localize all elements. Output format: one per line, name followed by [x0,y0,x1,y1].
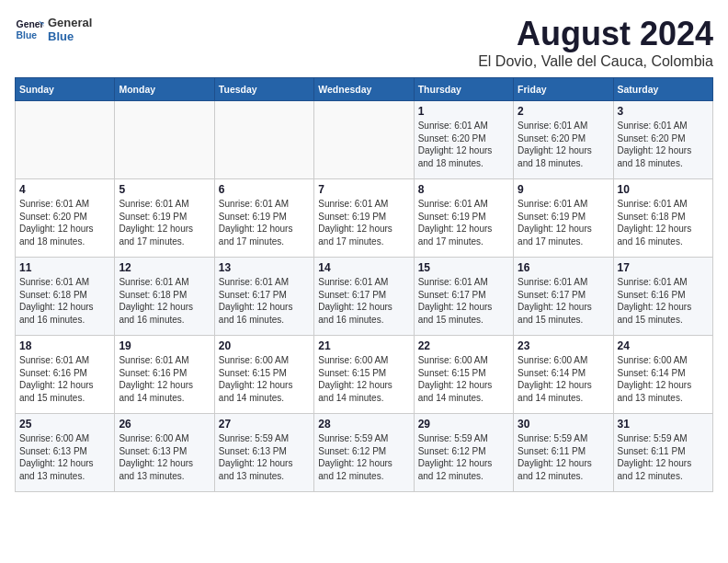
day-number: 23 [518,339,609,352]
day-info: Sunrise: 5:59 AM Sunset: 6:12 PM Dayligh… [318,432,409,482]
day-info: Sunrise: 6:01 AM Sunset: 6:20 PM Dayligh… [418,120,509,169]
logo-line1: General [48,16,92,29]
day-info: Sunrise: 6:01 AM Sunset: 6:20 PM Dayligh… [19,198,110,247]
calendar-cell: 16Sunrise: 6:01 AM Sunset: 6:17 PM Dayli… [514,258,613,336]
day-number: 24 [618,339,709,352]
day-number: 8 [418,183,509,196]
calendar-cell: 10Sunrise: 6:01 AM Sunset: 6:18 PM Dayli… [613,179,712,258]
calendar-body: 1Sunrise: 6:01 AM Sunset: 6:20 PM Daylig… [16,101,713,492]
day-info: Sunrise: 6:01 AM Sunset: 6:17 PM Dayligh… [219,276,310,326]
header-cell-monday: Monday [115,78,214,101]
header-cell-tuesday: Tuesday [214,78,313,101]
calendar-cell: 1Sunrise: 6:01 AM Sunset: 6:20 PM Daylig… [414,101,513,179]
calendar-cell: 24Sunrise: 6:00 AM Sunset: 6:14 PM Dayli… [613,336,712,414]
day-number: 20 [219,339,310,352]
day-info: Sunrise: 5:59 AM Sunset: 6:11 PM Dayligh… [518,432,609,482]
svg-text:Blue: Blue [17,30,38,40]
calendar-header: SundayMondayTuesdayWednesdayThursdayFrid… [16,78,713,101]
day-number: 18 [19,339,110,352]
calendar-cell [16,101,115,179]
day-number: 12 [119,261,210,274]
calendar-week-3: 11Sunrise: 6:01 AM Sunset: 6:18 PM Dayli… [16,258,713,336]
calendar-cell: 26Sunrise: 6:00 AM Sunset: 6:13 PM Dayli… [115,414,214,492]
day-number: 13 [219,261,310,274]
title-block: August 2024 El Dovio, Valle del Cauca, C… [478,15,713,70]
day-info: Sunrise: 6:00 AM Sunset: 6:15 PM Dayligh… [219,354,310,404]
calendar-cell: 7Sunrise: 6:01 AM Sunset: 6:19 PM Daylig… [314,179,414,258]
day-number: 22 [418,339,509,352]
calendar-cell: 15Sunrise: 6:01 AM Sunset: 6:17 PM Dayli… [414,258,513,336]
day-info: Sunrise: 5:59 AM Sunset: 6:12 PM Dayligh… [418,432,509,482]
day-number: 5 [119,183,210,196]
day-number: 2 [518,105,609,118]
calendar-cell: 3Sunrise: 6:01 AM Sunset: 6:20 PM Daylig… [613,101,712,179]
calendar-cell: 18Sunrise: 6:01 AM Sunset: 6:16 PM Dayli… [16,336,115,414]
day-info: Sunrise: 6:01 AM Sunset: 6:17 PM Dayligh… [418,276,509,326]
day-number: 19 [119,339,210,352]
calendar-cell: 14Sunrise: 6:01 AM Sunset: 6:17 PM Dayli… [314,258,414,336]
calendar-cell [314,101,414,179]
day-info: Sunrise: 6:01 AM Sunset: 6:18 PM Dayligh… [618,198,709,247]
calendar-cell: 5Sunrise: 6:01 AM Sunset: 6:19 PM Daylig… [115,179,214,258]
day-number: 30 [518,418,609,431]
header-cell-friday: Friday [514,78,613,101]
svg-text:General: General [17,19,44,29]
day-info: Sunrise: 6:01 AM Sunset: 6:17 PM Dayligh… [518,276,609,326]
calendar-cell: 27Sunrise: 5:59 AM Sunset: 6:13 PM Dayli… [214,414,313,492]
calendar-subtitle: El Dovio, Valle del Cauca, Colombia [478,53,713,70]
day-number: 7 [318,183,409,196]
day-number: 14 [318,261,409,274]
day-number: 9 [518,183,609,196]
day-number: 21 [318,339,409,352]
header-cell-sunday: Sunday [16,78,115,101]
calendar-cell: 21Sunrise: 6:00 AM Sunset: 6:15 PM Dayli… [314,336,414,414]
logo-line2: Blue [48,29,92,43]
logo-text: General Blue [48,16,92,43]
day-info: Sunrise: 6:01 AM Sunset: 6:16 PM Dayligh… [19,354,110,404]
day-info: Sunrise: 6:01 AM Sunset: 6:18 PM Dayligh… [19,276,110,326]
calendar-cell: 22Sunrise: 6:00 AM Sunset: 6:15 PM Dayli… [414,336,513,414]
day-info: Sunrise: 5:59 AM Sunset: 6:11 PM Dayligh… [618,432,709,482]
calendar-cell: 31Sunrise: 5:59 AM Sunset: 6:11 PM Dayli… [613,414,712,492]
calendar-cell: 17Sunrise: 6:01 AM Sunset: 6:16 PM Dayli… [613,258,712,336]
calendar-cell: 20Sunrise: 6:00 AM Sunset: 6:15 PM Dayli… [214,336,313,414]
day-number: 15 [418,261,509,274]
day-info: Sunrise: 6:01 AM Sunset: 6:19 PM Dayligh… [119,198,210,247]
day-number: 11 [19,261,110,274]
calendar-cell: 23Sunrise: 6:00 AM Sunset: 6:14 PM Dayli… [514,336,613,414]
day-info: Sunrise: 6:00 AM Sunset: 6:14 PM Dayligh… [518,354,609,404]
day-info: Sunrise: 6:01 AM Sunset: 6:19 PM Dayligh… [219,198,310,247]
day-info: Sunrise: 6:01 AM Sunset: 6:19 PM Dayligh… [518,198,609,247]
day-info: Sunrise: 6:01 AM Sunset: 6:19 PM Dayligh… [418,198,509,247]
day-number: 16 [518,261,609,274]
calendar-cell: 9Sunrise: 6:01 AM Sunset: 6:19 PM Daylig… [514,179,613,258]
page-header: General Blue General Blue August 2024 El… [15,15,713,70]
logo: General Blue General Blue [15,15,92,44]
day-info: Sunrise: 6:00 AM Sunset: 6:13 PM Dayligh… [119,432,210,482]
calendar-cell: 30Sunrise: 5:59 AM Sunset: 6:11 PM Dayli… [514,414,613,492]
calendar-cell: 8Sunrise: 6:01 AM Sunset: 6:19 PM Daylig… [414,179,513,258]
day-number: 10 [618,183,709,196]
day-number: 31 [618,418,709,431]
calendar-week-2: 4Sunrise: 6:01 AM Sunset: 6:20 PM Daylig… [16,179,713,258]
day-info: Sunrise: 6:00 AM Sunset: 6:15 PM Dayligh… [318,354,409,404]
header-cell-saturday: Saturday [613,78,712,101]
day-number: 26 [119,418,210,431]
header-cell-wednesday: Wednesday [314,78,414,101]
day-number: 27 [219,418,310,431]
calendar-cell: 11Sunrise: 6:01 AM Sunset: 6:18 PM Dayli… [16,258,115,336]
day-info: Sunrise: 6:00 AM Sunset: 6:14 PM Dayligh… [618,354,709,404]
day-number: 6 [219,183,310,196]
calendar-cell: 25Sunrise: 6:00 AM Sunset: 6:13 PM Dayli… [16,414,115,492]
day-info: Sunrise: 6:01 AM Sunset: 6:20 PM Dayligh… [518,120,609,169]
calendar-title: August 2024 [478,15,713,53]
calendar-cell: 12Sunrise: 6:01 AM Sunset: 6:18 PM Dayli… [115,258,214,336]
calendar-cell: 2Sunrise: 6:01 AM Sunset: 6:20 PM Daylig… [514,101,613,179]
day-number: 4 [19,183,110,196]
day-number: 3 [618,105,709,118]
day-info: Sunrise: 6:01 AM Sunset: 6:20 PM Dayligh… [618,120,709,169]
calendar-cell [214,101,313,179]
day-number: 1 [418,105,509,118]
day-info: Sunrise: 6:00 AM Sunset: 6:13 PM Dayligh… [19,432,110,482]
header-row: SundayMondayTuesdayWednesdayThursdayFrid… [16,78,713,101]
